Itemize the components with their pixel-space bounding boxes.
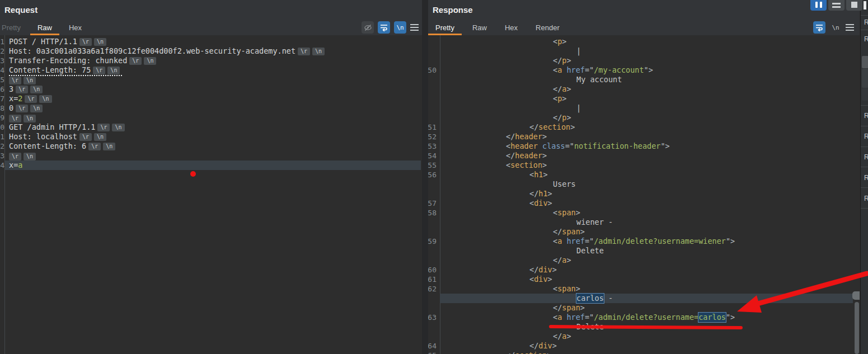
editor-menu-icon[interactable] [846,24,854,31]
code-line: GET /admin HTTP/1.1\r\n [5,122,421,132]
lines-button[interactable] [828,0,844,11]
code-segment: a [562,256,566,265]
tab-pretty[interactable]: Pretty [2,23,21,32]
code-line: <section> [440,161,853,170]
code-segment [538,141,542,151]
inspector-section[interactable]: R [864,195,868,202]
tab-raw[interactable]: Raw [37,23,52,32]
pause-button[interactable] [810,0,827,11]
code-segment: < [529,275,534,284]
code-line: Host: localhost\r\n [5,132,421,141]
code-segment: Host: localhost [9,132,77,141]
code-segment: </ [553,113,562,122]
crlf-badge: \r [97,124,110,131]
inspector-divider [861,147,868,147]
crlf-badge: \r [298,48,310,55]
crlf-badge: \r [25,95,37,103]
code-segment: </ [529,341,538,351]
soft-wrap-icon[interactable] [813,21,825,34]
code-line: \r\n [5,151,421,161]
code-line: x=a [5,161,421,170]
crlf-badge: \n [39,95,51,103]
editor-menu-icon[interactable] [410,24,419,31]
code-segment: < [553,94,557,103]
show-newlines-icon[interactable]: \n [394,21,406,34]
code-line: wiener - [440,218,853,227]
code-line: </a> [440,332,853,341]
code-segment: Users [553,180,576,189]
code-segment: </ [529,265,538,275]
code-segment: > [580,227,585,237]
code-segment: "> [726,313,735,322]
code-line: \r\n [5,75,421,84]
code-segment: div [534,275,547,284]
inspector-divider [861,167,868,167]
request-panel: Request PrettyRawHex [0,0,422,354]
code-segment: < [553,284,557,294]
code-segment: </ [553,56,562,65]
show-newlines-icon[interactable]: \n [829,24,842,31]
crlf-badge: \n [107,67,120,74]
code-segment: > [547,351,551,354]
code-segment: header [510,141,538,151]
code-line: 3\r\n [5,84,421,94]
tab-pretty[interactable]: Pretty [435,23,454,32]
code-line: | [440,46,853,56]
tab-hex[interactable]: Hex [505,23,518,32]
code-segment: h1 [534,170,543,180]
inspector-section[interactable]: R [864,35,868,43]
inspector-section[interactable]: R [864,18,868,26]
code-segment: </ [529,122,538,132]
inspector-divider [861,208,868,209]
code-segment: Delete [576,322,604,332]
code-segment: "> [660,141,669,151]
code-line: Delete [440,322,853,332]
line-number: 56 [428,170,439,180]
panel-splitter[interactable] [422,0,428,354]
line-number [428,322,439,332]
line-number [428,56,439,65]
tab-render[interactable]: Render [536,23,560,32]
code-segment: =" [585,313,594,322]
inspector-strip[interactable]: RRRRRRR [860,0,868,354]
code-segment: </ [553,332,562,341]
crlf-badge: \r [93,67,105,74]
inspector-section[interactable]: R [864,112,868,120]
response-editor[interactable]: 50515253545556575859606162636465 <p>|</p… [428,35,860,354]
inspector-section[interactable]: R [864,153,868,161]
code-segment: href [566,65,585,75]
code-segment: a [562,332,566,341]
code-segment: </ [553,227,562,237]
tab-hex[interactable]: Hex [69,23,82,32]
code-segment: =" [565,141,574,151]
line-number [428,94,439,103]
search-match: carlos [698,313,726,322]
crlf-badge: \r [79,38,92,46]
code-segment: notification-header [574,141,660,151]
eye-off-icon[interactable] [362,21,374,34]
code-segment: div [538,341,552,351]
soft-wrap-icon[interactable] [378,21,390,34]
code-segment: < [553,37,557,46]
inspector-section[interactable]: R [864,133,868,140]
code-segment: =" [585,237,594,246]
crlf-badge: \n [24,153,36,161]
line-number [428,246,439,256]
inspector-divider [861,126,868,126]
request-editor[interactable]: 1234567891011121314 POST / HTTP/1.1\r\nH… [0,35,422,354]
scrollbar-thumb[interactable] [855,302,859,354]
code-segment [562,65,566,75]
inspector-section[interactable]: R [864,174,868,182]
code-segment: section [538,122,570,132]
response-tabbar: PrettyRawHexRender \n [428,20,860,36]
code-line: <p> [440,94,853,103]
tab-raw[interactable]: Raw [472,23,487,32]
code-line: </a> [440,256,853,265]
code-segment: > [562,37,566,46]
crlf-badge: \n [112,124,124,131]
code-segment: x= [9,94,18,103]
crlf-badge: \r [9,77,21,84]
stop-button[interactable] [846,0,862,11]
code-segment: span [557,208,576,218]
code-line: Users [440,180,853,189]
